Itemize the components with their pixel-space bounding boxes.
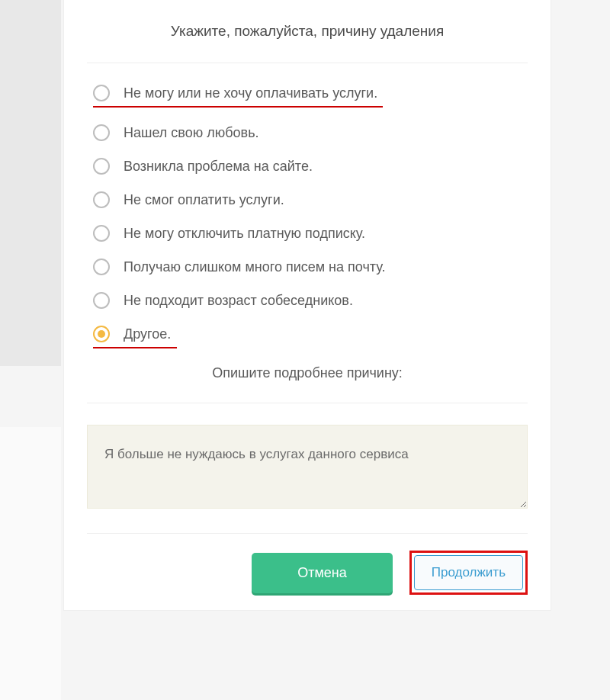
option-age-mismatch[interactable]: Не подходит возраст собеседников. [93, 292, 522, 309]
divider [87, 533, 528, 534]
option-found-love[interactable]: Нашел свою любовь. [93, 124, 522, 141]
radio-icon [93, 124, 110, 141]
option-cannot-pay[interactable]: Не могу или не хочу оплачивать услуги. [93, 85, 522, 101]
option-label: Не смог оплатить услуги. [124, 192, 284, 208]
option-label: Не подходит возраст собеседников. [124, 293, 353, 309]
option-cant-unsubscribe[interactable]: Не могу отключить платную подписку. [93, 225, 522, 242]
cancel-button[interactable]: Отмена [252, 553, 393, 593]
option-label: Другое. [124, 326, 171, 342]
radio-icon [93, 85, 110, 101]
radio-icon [93, 191, 110, 208]
continue-button[interactable]: Продолжить [414, 555, 523, 590]
option-label: Нашел свою любовь. [124, 125, 259, 141]
reason-textarea[interactable] [87, 425, 528, 509]
options-list: Не могу или не хочу оплачивать услуги. Н… [87, 85, 528, 348]
option-label: Не могу или не хочу оплачивать услуги. [124, 85, 377, 101]
reason-subtitle: Опишите подробнее причину: [87, 365, 528, 381]
delete-reason-dialog: Укажите, пожалуйста, причину удаления Не… [63, 0, 551, 611]
dialog-title: Укажите, пожалуйста, причину удаления [87, 23, 528, 40]
option-label: Получаю слишком много писем на почту. [124, 259, 385, 275]
radio-icon [93, 292, 110, 309]
background-panel [0, 427, 61, 700]
highlight-underline [93, 347, 177, 348]
option-site-problem[interactable]: Возникла проблема на сайте. [93, 158, 522, 175]
option-other[interactable]: Другое. [93, 326, 522, 342]
background-panel [0, 0, 61, 366]
option-payment-failed[interactable]: Не смог оплатить услуги. [93, 191, 522, 208]
highlight-underline [93, 106, 383, 108]
radio-icon [93, 225, 110, 242]
option-label: Возникла проблема на сайте. [124, 159, 313, 175]
divider [87, 63, 528, 63]
buttons-row: Отмена Продолжить [87, 551, 528, 595]
radio-icon [93, 158, 110, 175]
divider [87, 403, 528, 403]
option-too-many-emails[interactable]: Получаю слишком много писем на почту. [93, 258, 522, 275]
continue-highlight: Продолжить [409, 551, 528, 595]
option-label: Не могу отключить платную подписку. [124, 226, 365, 242]
radio-icon [93, 258, 110, 275]
radio-icon [93, 326, 110, 342]
